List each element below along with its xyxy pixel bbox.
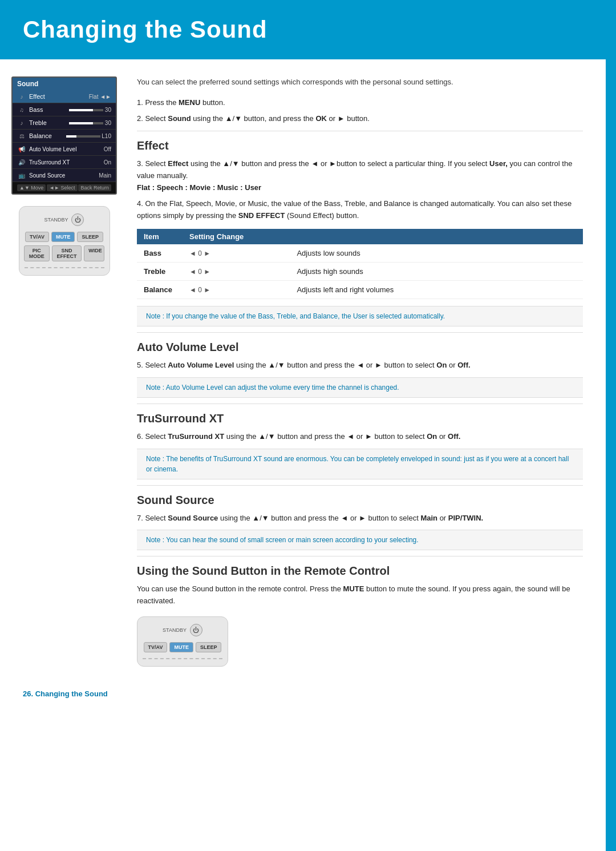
table-item-treble: Treble bbox=[137, 263, 183, 281]
sound-button-heading: Using the Sound Button in the Remote Con… bbox=[137, 564, 583, 578]
sound-source-icon: 📺 bbox=[17, 171, 26, 180]
table-item-bass: Bass bbox=[137, 244, 183, 263]
remote-control-1: STANDBY ⏻ TV/AV MUTE SLEEP PIC MODE SND … bbox=[19, 206, 110, 276]
remote-row-1: TV/AV MUTE SLEEP bbox=[25, 232, 103, 242]
main-content: You can select the preferred sound setti… bbox=[125, 71, 606, 684]
tv-menu-screenshot: Sound ♪ Effect Flat ◄► ♫ Bass bbox=[11, 76, 117, 195]
effect-icon: ♪ bbox=[17, 92, 26, 101]
sound-button-text: You can use the Sound button in the remo… bbox=[137, 583, 583, 607]
treble-icon: ♪ bbox=[17, 118, 26, 127]
standby-label-2: STANDBY bbox=[163, 627, 187, 633]
tv-menu-item-balance: ⚖ Balance L10 bbox=[13, 130, 116, 143]
sound-source-heading: Sound Source bbox=[137, 494, 583, 507]
page-header: Changing the Sound bbox=[0, 0, 606, 59]
step-6: 6. Select TruSurround XT using the ▲/▼ b… bbox=[137, 431, 583, 443]
remote-dashes bbox=[25, 267, 104, 268]
table-row-bass: Bass ◄ 0 ► Adjusts low sounds bbox=[137, 244, 583, 263]
tv-menu-item-bass: ♫ Bass 30 bbox=[13, 103, 116, 116]
sound-source-note: Note : You can hear the sound of small s… bbox=[137, 530, 583, 550]
table-item-balance: Balance bbox=[137, 281, 183, 299]
divider-4 bbox=[137, 485, 583, 486]
sidebar: Sound ♪ Effect Flat ◄► ♫ Bass bbox=[0, 71, 125, 684]
page-number: 26. Changing the Sound bbox=[23, 689, 108, 698]
tv-menu-item-effect: ♪ Effect Flat ◄► bbox=[13, 90, 116, 103]
table-desc-balance: Adjusts left and right volumes bbox=[290, 281, 583, 299]
standby-label: STANDBY bbox=[44, 217, 68, 223]
wide-button[interactable]: WIDE bbox=[84, 245, 104, 261]
balance-icon: ⚖ bbox=[17, 131, 26, 140]
table-row-balance: Balance ◄ 0 ► Adjusts left and right vol… bbox=[137, 281, 583, 299]
standby-icon-2: ⏻ bbox=[193, 627, 199, 634]
remote2-row-1: TV/AV MUTE SLEEP bbox=[144, 642, 222, 652]
tv-menu-item-auto-volume: 📢 Auto Volume Level Off bbox=[13, 143, 116, 156]
trusurround-heading: TruSurround XT bbox=[137, 412, 583, 425]
snd-effect-button[interactable]: SND EFFECT bbox=[52, 245, 82, 261]
tv-nav-bar: ▲▼ Move ◄► Select Back Return bbox=[13, 182, 116, 193]
bass-icon: ♫ bbox=[17, 105, 26, 114]
divider-2 bbox=[137, 332, 583, 333]
trusurround-icon: 🔊 bbox=[17, 158, 26, 167]
table-desc-treble: Adjusts high sounds bbox=[290, 263, 583, 281]
sleep-button[interactable]: SLEEP bbox=[77, 232, 103, 242]
tv-menu-item-sound-source: 📺 Sound Source Main bbox=[13, 169, 116, 182]
page-footer: 26. Changing the Sound bbox=[0, 684, 606, 704]
tv-menu-item-treble: ♪ Treble 30 bbox=[13, 116, 116, 130]
divider-5 bbox=[137, 556, 583, 556]
auto-volume-note: Note : Auto Volume Level can adjust the … bbox=[137, 377, 583, 398]
step-7: 7. Select Sound Source using the ▲/▼ but… bbox=[137, 513, 583, 525]
table-arrows-balance: ◄ 0 ► bbox=[183, 281, 290, 299]
effect-note: Note : If you change the value of the Ba… bbox=[137, 306, 583, 326]
remote-row-2: PIC MODE SND EFFECT WIDE bbox=[24, 245, 105, 261]
standby-button-2[interactable]: ⏻ bbox=[190, 624, 202, 636]
auto-volume-heading: Auto Volume Level bbox=[137, 341, 583, 354]
standby-area: STANDBY ⏻ bbox=[44, 213, 84, 226]
right-accent-bar bbox=[606, 0, 616, 851]
tv-av-button[interactable]: TV/AV bbox=[25, 232, 49, 242]
table-row-treble: Treble ◄ 0 ► Adjusts high sounds bbox=[137, 263, 583, 281]
standby-icon: ⏻ bbox=[75, 216, 81, 223]
remote2-sleep-button[interactable]: SLEEP bbox=[196, 642, 222, 652]
step-1: 1. Press the MENU button. bbox=[137, 97, 583, 109]
remote-control-2: STANDBY ⏻ TV/AV MUTE SLEEP bbox=[137, 616, 228, 667]
remote2-dashes bbox=[143, 658, 222, 659]
table-arrows-bass: ◄ 0 ► bbox=[183, 244, 290, 263]
effect-heading: Effect bbox=[137, 139, 583, 152]
step-2: 2. Select Sound using the ▲/▼ button, an… bbox=[137, 113, 583, 125]
trusurround-note: Note : The benefits of TruSurround XT so… bbox=[137, 449, 583, 479]
page-title: Changing the Sound bbox=[23, 16, 583, 43]
table-col-item: Item bbox=[137, 229, 183, 244]
standby-button[interactable]: ⏻ bbox=[71, 213, 84, 226]
step-4: 4. On the Flat, Speech, Movie, or Music,… bbox=[137, 198, 583, 222]
table-desc-bass: Adjusts low sounds bbox=[290, 244, 583, 263]
tv-menu-title: Sound bbox=[13, 78, 116, 90]
tv-menu-item-trusurround: 🔊 TruSurround XT On bbox=[13, 156, 116, 169]
remote2-tv-av-button[interactable]: TV/AV bbox=[144, 642, 168, 652]
step-3: 3. Select Effect using the ▲/▼ button an… bbox=[137, 158, 583, 193]
divider-3 bbox=[137, 404, 583, 404]
auto-volume-icon: 📢 bbox=[17, 144, 26, 154]
step-5: 5. Select Auto Volume Level using the ▲/… bbox=[137, 360, 583, 372]
remote2-mute-button[interactable]: MUTE bbox=[169, 642, 193, 652]
intro-text: You can select the preferred sound setti… bbox=[137, 76, 583, 88]
effect-table: Item Setting Change Bass ◄ 0 ► Adjusts l… bbox=[137, 229, 583, 299]
pic-mode-button[interactable]: PIC MODE bbox=[24, 245, 50, 261]
standby-area-2: STANDBY ⏻ bbox=[163, 624, 202, 636]
divider-1 bbox=[137, 131, 583, 131]
mute-button[interactable]: MUTE bbox=[51, 232, 75, 242]
table-arrows-treble: ◄ 0 ► bbox=[183, 263, 290, 281]
table-col-setting: Setting Change bbox=[183, 229, 583, 244]
